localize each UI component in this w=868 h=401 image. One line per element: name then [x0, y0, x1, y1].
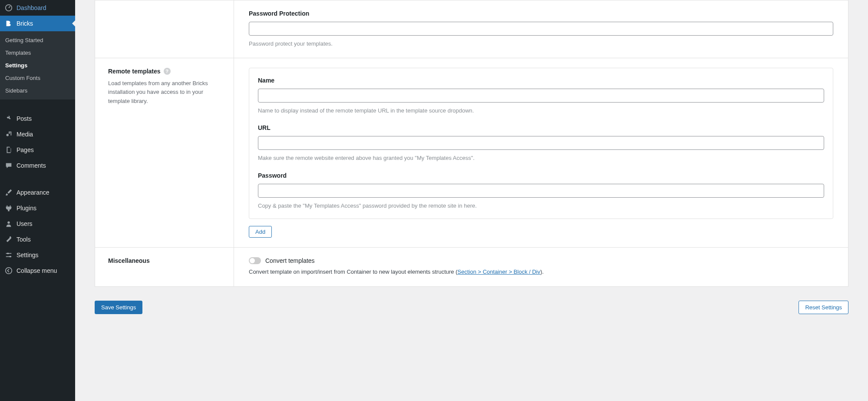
sidebar-item-label: Pages [17, 146, 34, 153]
remote-template-card: Name Name to display instead of the remo… [249, 68, 833, 219]
sidebar-item-bricks[interactable]: Bricks [0, 16, 75, 31]
collapse-label: Collapse menu [17, 267, 57, 274]
sidebar-item-plugins[interactable]: Plugins [0, 200, 75, 216]
plug-icon [4, 204, 13, 212]
reset-settings-button[interactable]: Reset Settings [799, 301, 848, 314]
row-miscellaneous: Miscellaneous Convert templates Convert … [95, 248, 848, 286]
row-remote-templates: Remote templates ? Load templates from a… [95, 58, 848, 248]
collapse-menu[interactable]: Collapse menu [0, 263, 75, 278]
convert-templates-label: Convert templates [265, 257, 315, 264]
sub-custom-fonts[interactable]: Custom Fonts [0, 72, 75, 84]
comment-icon [4, 161, 13, 170]
miscellaneous-title: Miscellaneous [108, 257, 221, 264]
remote-password-input[interactable] [258, 184, 824, 198]
convert-templates-desc: Convert template on import/insert from C… [249, 268, 833, 277]
remote-templates-title: Remote templates ? [108, 68, 221, 75]
sub-getting-started[interactable]: Getting Started [0, 34, 75, 46]
sidebar-item-label: Appearance [17, 189, 50, 196]
sidebar-item-label: Bricks [17, 20, 33, 27]
sidebar-item-label: Tools [17, 236, 31, 243]
svg-point-5 [6, 268, 12, 274]
sub-templates[interactable]: Templates [0, 46, 75, 59]
add-button[interactable]: Add [249, 226, 272, 238]
settings-panel: Password Protection Password protect you… [95, 0, 848, 287]
sidebar-item-label: Users [17, 220, 33, 227]
convert-templates-toggle[interactable] [249, 257, 261, 264]
password-protection-helper: Password protect your templates. [249, 40, 833, 48]
sidebar-item-label: Comments [17, 162, 46, 169]
remote-name-label: Name [258, 77, 824, 84]
collapse-icon [4, 266, 13, 275]
settings-button-bar: Save Settings Reset Settings [95, 301, 848, 314]
sidebar-item-comments[interactable]: Comments [0, 158, 75, 173]
sliders-icon [4, 251, 13, 259]
remote-url-helper: Make sure the remote website entered abo… [258, 154, 824, 162]
sidebar-item-posts[interactable]: Posts [0, 111, 75, 126]
bricks-submenu: Getting Started Templates Settings Custo… [0, 31, 75, 99]
sidebar-item-label: Posts [17, 115, 32, 122]
media-icon [4, 130, 13, 139]
brush-icon [4, 188, 13, 197]
password-protection-title: Password Protection [249, 10, 833, 17]
sidebar-item-tools[interactable]: Tools [0, 232, 75, 247]
remote-templates-desc: Load templates from any another Bricks i… [108, 79, 221, 106]
layout-link[interactable]: Section > Container > Block / Div [458, 268, 541, 275]
row-password-protection: Password Protection Password protect you… [95, 0, 848, 58]
remote-name-helper: Name to display instead of the remote te… [258, 106, 824, 115]
remote-password-helper: Copy & paste the "My Templates Access" p… [258, 202, 824, 210]
remote-password-label: Password [258, 172, 824, 179]
user-icon [4, 219, 13, 228]
sidebar-item-dashboard[interactable]: Dashboard [0, 0, 75, 16]
remote-url-input[interactable] [258, 136, 824, 150]
password-protection-input[interactable] [249, 22, 833, 36]
sidebar-item-media[interactable]: Media [0, 126, 75, 142]
admin-sidebar: Dashboard Bricks Getting Started Templat… [0, 0, 75, 401]
help-icon[interactable]: ? [164, 68, 171, 75]
svg-point-3 [7, 253, 9, 255]
sub-sidebars[interactable]: Sidebars [0, 84, 75, 97]
save-settings-button[interactable]: Save Settings [95, 301, 142, 314]
main-content: Password Protection Password protect you… [75, 0, 868, 401]
sidebar-item-label: Media [17, 131, 33, 138]
sidebar-item-users[interactable]: Users [0, 216, 75, 232]
sub-settings[interactable]: Settings [0, 59, 75, 72]
svg-point-4 [10, 256, 11, 258]
dashboard-icon [4, 3, 13, 12]
sidebar-item-label: Dashboard [17, 4, 46, 11]
remote-url-label: URL [258, 124, 824, 131]
bricks-icon [4, 19, 13, 28]
wrench-icon [4, 235, 13, 244]
svg-point-2 [7, 222, 10, 224]
sidebar-item-settings[interactable]: Settings [0, 247, 75, 263]
sidebar-item-pages[interactable]: Pages [0, 142, 75, 158]
pin-icon [4, 114, 13, 123]
sidebar-item-appearance[interactable]: Appearance [0, 185, 75, 200]
page-icon [4, 146, 13, 154]
sidebar-item-label: Settings [17, 252, 39, 258]
sidebar-item-label: Plugins [17, 205, 36, 212]
svg-point-1 [7, 134, 9, 136]
remote-name-input[interactable] [258, 89, 824, 103]
